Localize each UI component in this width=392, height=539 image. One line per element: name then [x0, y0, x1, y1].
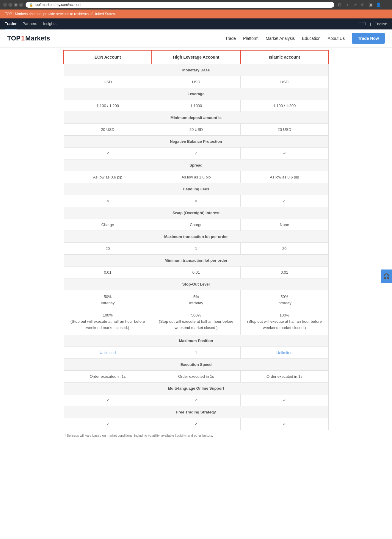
header-ecn[interactable]: ECN Account	[64, 50, 152, 64]
section-header-row: Maximum transaction lot per order	[64, 231, 328, 243]
section-header-row: Leverage	[64, 88, 328, 100]
cross-icon: ✕	[106, 199, 109, 203]
cell-hl: ✓	[152, 148, 240, 159]
get-label[interactable]: GET	[358, 22, 366, 26]
cell-islamic: 20 USD	[241, 124, 328, 136]
forward-button[interactable]: ›	[8, 3, 12, 7]
section-label: Maximum Position	[64, 335, 328, 347]
check-icon: ✓	[195, 151, 198, 156]
cell-hl: ✕	[152, 195, 240, 207]
main-nav-links: Trade Platform Market Analysis Education…	[225, 33, 385, 44]
cell-ecn: As low as 0.6 pip	[64, 171, 152, 183]
browser-controls: ‹ › ↻ ⌂	[3, 3, 23, 7]
section-label: Minimum transaction lot per order	[64, 255, 328, 267]
stop-out-text: 100%	[280, 313, 289, 317]
stop-out-text: 500%	[191, 313, 201, 317]
subnav-partners[interactable]: Partners	[23, 18, 37, 29]
cell-ecn: Order executed in 1s	[64, 370, 152, 382]
sub-nav-left: Trader Partners Insights	[5, 18, 57, 29]
sub-navigation: Trader Partners Insights GET | English	[0, 18, 392, 29]
section-header-row: Handling Fees	[64, 183, 328, 195]
table-row: ✓✓✓	[64, 148, 328, 159]
table-row: Unlimited1Unlimited	[64, 347, 328, 358]
table-row: Order executed in 1sOrder executed in 1s…	[64, 370, 328, 382]
language-label[interactable]: English	[374, 22, 387, 26]
cell-ecn: Unlimited	[64, 347, 152, 358]
check-icon: ✓	[106, 422, 109, 426]
table-row: 50%Intraday100%(Stop out will execute at…	[64, 290, 328, 335]
home-button[interactable]: ⌂	[19, 3, 23, 7]
stop-out-text: Intraday	[101, 301, 115, 305]
cross-icon: ✕	[195, 199, 198, 203]
section-label: Execution Speed	[64, 358, 328, 370]
reload-button[interactable]: ↻	[14, 3, 18, 7]
nav-market-analysis[interactable]: Market Analysis	[266, 36, 295, 41]
section-label: Maximum transaction lot per order	[64, 231, 328, 243]
url-text: top1markets-my.com/account	[35, 3, 81, 7]
cell-hl: ✓	[152, 418, 240, 430]
nav-trade[interactable]: Trade	[225, 36, 236, 41]
stop-out-text: 5%	[193, 294, 199, 299]
window-icon[interactable]: ▣	[368, 2, 374, 8]
check-icon: ✓	[283, 151, 286, 156]
subnav-trader[interactable]: Trader	[5, 18, 17, 29]
cell-islamic: 50%Intraday100%(Stop out will execute at…	[241, 290, 328, 335]
unlimited-value: Unlimited	[100, 350, 116, 355]
cell-ecn: Charge	[64, 219, 152, 231]
chat-icon: 🎧	[383, 273, 390, 280]
alert-bar: TOP1 Markets does not provide services t…	[0, 10, 392, 18]
subnav-insights[interactable]: Insights	[43, 18, 57, 29]
cell-islamic: Order executed in 1s	[241, 370, 328, 382]
cell-islamic: ✓	[241, 195, 328, 207]
table-row: ✓✓✓	[64, 394, 328, 406]
cell-hl: 1	[152, 243, 240, 255]
section-label: Spread	[64, 159, 328, 171]
check-icon: ✓	[283, 398, 286, 402]
check-icon: ✓	[283, 422, 286, 426]
stop-out-text: Intraday	[189, 301, 203, 305]
header-islamic[interactable]: Islamic account	[241, 50, 328, 64]
cell-ecn: 50%Intraday100%(Stop out will execute at…	[64, 290, 152, 335]
extension-icon[interactable]: ⊕	[360, 2, 366, 8]
nav-about-us[interactable]: About Us	[328, 36, 345, 41]
nav-divider: |	[370, 22, 371, 26]
section-label: Multi-language Online Support	[64, 382, 328, 394]
section-header-row: Multi-language Online Support	[64, 382, 328, 394]
trade-now-button[interactable]: Trade Now	[352, 33, 385, 44]
cell-ecn: 20	[64, 243, 152, 255]
cell-islamic: ✓	[241, 148, 328, 159]
section-header-row: Negative Balance Protection	[64, 136, 328, 148]
share-icon[interactable]: ↑	[344, 2, 350, 8]
cell-ecn: ✕	[64, 195, 152, 207]
menu-icon[interactable]: ⋮	[383, 2, 389, 8]
cell-islamic: ✓	[241, 418, 328, 430]
cell-islamic: 0.01	[241, 267, 328, 278]
nav-platform[interactable]: Platform	[243, 36, 258, 41]
cast-icon[interactable]: ⊡	[337, 2, 343, 8]
sub-nav-right: GET | English	[358, 22, 387, 26]
cell-islamic: None	[241, 219, 328, 231]
section-label: Monetary Base	[64, 64, 328, 76]
cell-hl: As low as 1.0 pip	[152, 171, 240, 183]
table-row: ✓✓✓	[64, 418, 328, 430]
nav-education[interactable]: Education	[302, 36, 320, 41]
profile-icon[interactable]: 👤	[375, 2, 381, 8]
stop-out-text: (Stop out will execute at half an hour b…	[159, 319, 233, 330]
cell-hl: 1	[152, 347, 240, 358]
cell-hl: Charge	[152, 219, 240, 231]
bookmark-icon[interactable]: ☆	[352, 2, 358, 8]
back-button[interactable]: ‹	[3, 3, 7, 7]
header-high-leverage[interactable]: High Leverage Account	[152, 50, 240, 64]
cell-islamic: USD	[241, 76, 328, 88]
address-bar[interactable]: 🔒 top1markets-my.com/account	[26, 2, 334, 8]
table-row: 20 USD20 USD20 USD	[64, 124, 328, 136]
stop-out-text: Intraday	[277, 301, 291, 305]
stop-out-text: 50%	[104, 294, 112, 299]
cell-hl: 20 USD	[152, 124, 240, 136]
browser-icons: ⊡ ↑ ☆ ⊕ ▣ 👤 ⋮	[337, 2, 389, 8]
section-header-row: Maximum Position	[64, 335, 328, 347]
chat-button[interactable]: 🎧	[381, 270, 392, 283]
section-header-row: Spread	[64, 159, 328, 171]
logo[interactable]: TOP 1 Markets	[7, 35, 50, 42]
logo-one: 1	[21, 35, 25, 42]
